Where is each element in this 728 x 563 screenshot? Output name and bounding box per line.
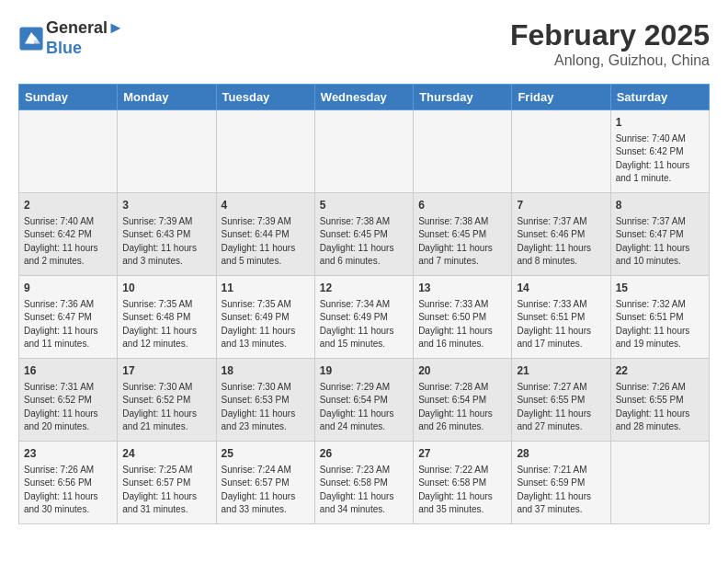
col-header-friday: Friday [512,85,610,110]
day-info: Sunrise: 7:29 AM Sunset: 6:54 PM Dayligh… [320,381,408,434]
calendar-cell [610,442,709,524]
day-number: 28 [517,446,605,462]
day-info: Sunrise: 7:22 AM Sunset: 6:58 PM Dayligh… [418,464,506,517]
calendar-cell [512,110,610,193]
day-number: 16 [24,363,112,379]
week-row-2: 2Sunrise: 7:40 AM Sunset: 6:42 PM Daylig… [19,193,710,276]
day-number: 25 [222,446,310,462]
day-number: 19 [320,363,408,379]
week-row-1: 1Sunrise: 7:40 AM Sunset: 6:42 PM Daylig… [19,110,710,193]
day-number: 6 [418,198,506,213]
day-info: Sunrise: 7:38 AM Sunset: 6:45 PM Dayligh… [418,215,506,269]
col-header-saturday: Saturday [610,85,709,110]
day-info: Sunrise: 7:31 AM Sunset: 6:52 PM Dayligh… [24,381,112,434]
day-info: Sunrise: 7:30 AM Sunset: 6:52 PM Dayligh… [122,381,210,434]
calendar-table: SundayMondayTuesdayWednesdayThursdayFrid… [18,84,710,524]
day-number: 27 [418,446,506,462]
logo-text: General► Blue [46,18,124,58]
day-number: 26 [320,446,408,462]
page-header: General► Blue February 2025 Anlong, Guiz… [18,18,710,69]
calendar-cell [19,110,118,193]
col-header-tuesday: Tuesday [216,85,314,110]
calendar-cell: 17Sunrise: 7:30 AM Sunset: 6:52 PM Dayli… [118,359,216,442]
day-info: Sunrise: 7:38 AM Sunset: 6:45 PM Dayligh… [320,215,408,269]
col-header-thursday: Thursday [414,85,512,110]
col-header-monday: Monday [118,85,216,110]
day-number: 11 [222,281,310,296]
calendar-cell: 23Sunrise: 7:26 AM Sunset: 6:56 PM Dayli… [19,442,118,524]
day-number: 21 [517,363,605,379]
calendar-cell: 14Sunrise: 7:33 AM Sunset: 6:51 PM Dayli… [512,276,610,359]
week-row-3: 9Sunrise: 7:36 AM Sunset: 6:47 PM Daylig… [19,276,710,359]
calendar-cell: 26Sunrise: 7:23 AM Sunset: 6:58 PM Dayli… [314,442,413,524]
calendar-cell: 10Sunrise: 7:35 AM Sunset: 6:48 PM Dayli… [118,276,216,359]
calendar-cell: 12Sunrise: 7:34 AM Sunset: 6:49 PM Dayli… [314,276,413,359]
calendar-cell [414,110,512,193]
calendar-cell: 25Sunrise: 7:24 AM Sunset: 6:57 PM Dayli… [216,442,314,524]
day-info: Sunrise: 7:35 AM Sunset: 6:48 PM Dayligh… [122,298,210,351]
day-info: Sunrise: 7:35 AM Sunset: 6:49 PM Dayligh… [222,298,310,351]
calendar-cell: 6Sunrise: 7:38 AM Sunset: 6:45 PM Daylig… [414,193,512,276]
day-info: Sunrise: 7:26 AM Sunset: 6:56 PM Dayligh… [24,464,112,517]
day-number: 8 [616,198,704,213]
calendar-header-row: SundayMondayTuesdayWednesdayThursdayFrid… [19,85,710,110]
day-number: 4 [222,198,310,213]
col-header-sunday: Sunday [19,85,118,110]
day-info: Sunrise: 7:40 AM Sunset: 6:42 PM Dayligh… [24,215,112,269]
day-number: 14 [517,281,605,296]
day-info: Sunrise: 7:30 AM Sunset: 6:53 PM Dayligh… [222,381,310,434]
day-info: Sunrise: 7:33 AM Sunset: 6:51 PM Dayligh… [517,298,605,351]
day-info: Sunrise: 7:36 AM Sunset: 6:47 PM Dayligh… [24,298,112,351]
week-row-4: 16Sunrise: 7:31 AM Sunset: 6:52 PM Dayli… [19,359,710,442]
calendar-cell: 7Sunrise: 7:37 AM Sunset: 6:46 PM Daylig… [512,193,610,276]
calendar-cell: 9Sunrise: 7:36 AM Sunset: 6:47 PM Daylig… [19,276,118,359]
day-info: Sunrise: 7:37 AM Sunset: 6:46 PM Dayligh… [517,215,605,269]
day-number: 13 [418,281,506,296]
day-number: 9 [24,281,112,296]
day-info: Sunrise: 7:25 AM Sunset: 6:57 PM Dayligh… [122,464,210,517]
day-number: 15 [616,281,704,296]
day-number: 3 [122,198,210,213]
calendar-cell: 13Sunrise: 7:33 AM Sunset: 6:50 PM Dayli… [414,276,512,359]
calendar-cell: 4Sunrise: 7:39 AM Sunset: 6:44 PM Daylig… [216,193,314,276]
day-number: 7 [517,198,605,213]
day-info: Sunrise: 7:23 AM Sunset: 6:58 PM Dayligh… [320,464,408,517]
col-header-wednesday: Wednesday [314,85,413,110]
day-info: Sunrise: 7:26 AM Sunset: 6:55 PM Dayligh… [616,381,704,434]
day-info: Sunrise: 7:28 AM Sunset: 6:54 PM Dayligh… [418,381,506,434]
day-number: 12 [320,281,408,296]
day-info: Sunrise: 7:39 AM Sunset: 6:44 PM Dayligh… [222,215,310,269]
day-info: Sunrise: 7:40 AM Sunset: 6:42 PM Dayligh… [616,132,704,186]
day-number: 5 [320,198,408,213]
calendar-cell [314,110,413,193]
calendar-cell [118,110,216,193]
calendar-cell: 11Sunrise: 7:35 AM Sunset: 6:49 PM Dayli… [216,276,314,359]
calendar-cell: 5Sunrise: 7:38 AM Sunset: 6:45 PM Daylig… [314,193,413,276]
calendar-cell: 19Sunrise: 7:29 AM Sunset: 6:54 PM Dayli… [314,359,413,442]
calendar-cell: 15Sunrise: 7:32 AM Sunset: 6:51 PM Dayli… [610,276,709,359]
day-number: 24 [122,446,210,462]
week-row-5: 23Sunrise: 7:26 AM Sunset: 6:56 PM Dayli… [19,442,710,524]
calendar-cell: 28Sunrise: 7:21 AM Sunset: 6:59 PM Dayli… [512,442,610,524]
title-block: February 2025 Anlong, Guizhou, China [510,18,710,69]
calendar-cell: 24Sunrise: 7:25 AM Sunset: 6:57 PM Dayli… [118,442,216,524]
calendar-cell: 20Sunrise: 7:28 AM Sunset: 6:54 PM Dayli… [414,359,512,442]
day-info: Sunrise: 7:34 AM Sunset: 6:49 PM Dayligh… [320,298,408,351]
day-number: 17 [122,363,210,379]
calendar-cell [216,110,314,193]
day-info: Sunrise: 7:24 AM Sunset: 6:57 PM Dayligh… [222,464,310,517]
calendar-cell: 2Sunrise: 7:40 AM Sunset: 6:42 PM Daylig… [19,193,118,276]
location-subtitle: Anlong, Guizhou, China [510,52,710,69]
day-number: 1 [616,115,704,131]
day-number: 18 [222,363,310,379]
calendar-cell: 16Sunrise: 7:31 AM Sunset: 6:52 PM Dayli… [19,359,118,442]
calendar-cell: 27Sunrise: 7:22 AM Sunset: 6:58 PM Dayli… [414,442,512,524]
month-year-title: February 2025 [510,18,710,52]
calendar-cell: 3Sunrise: 7:39 AM Sunset: 6:43 PM Daylig… [118,193,216,276]
day-number: 20 [418,363,506,379]
day-info: Sunrise: 7:32 AM Sunset: 6:51 PM Dayligh… [616,298,704,351]
day-number: 22 [616,363,704,379]
day-info: Sunrise: 7:33 AM Sunset: 6:50 PM Dayligh… [418,298,506,351]
day-info: Sunrise: 7:37 AM Sunset: 6:47 PM Dayligh… [616,215,704,269]
calendar-cell: 18Sunrise: 7:30 AM Sunset: 6:53 PM Dayli… [216,359,314,442]
